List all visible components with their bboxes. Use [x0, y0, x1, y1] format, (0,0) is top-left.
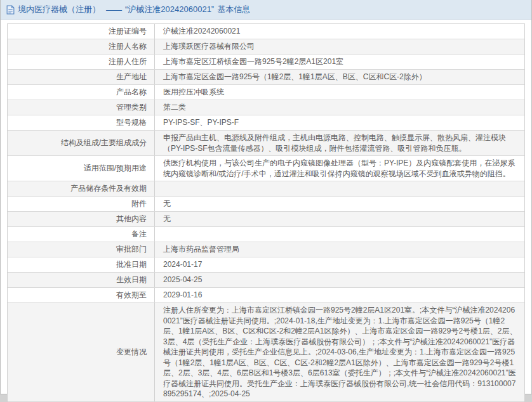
table-row: 注册人名称 上海璞跃医疗器械有限公司	[8, 39, 524, 55]
header-title-suffix: 基本信息	[217, 4, 250, 15]
table-row: 产品储存条件及有效期	[8, 181, 524, 197]
info-table: 注册证编号 沪械注准20242060021 注册人名称 上海璞跃医疗器械有限公司	[7, 23, 525, 402]
table-row: 其他内容 无	[8, 212, 524, 227]
row-value-cell	[155, 227, 524, 242]
row-value: 第二类	[163, 102, 186, 113]
row-value: 上海璞跃医疗器械有限公司	[163, 41, 255, 52]
row-label: 产品储存条件及有效期	[70, 183, 147, 194]
registration-info-page: 境内医疗器械（注册） —— “沪械注准20242060021” 基本信息 注册证…	[0, 0, 532, 394]
row-value-cell	[155, 181, 524, 196]
row-label: 生产地址	[116, 72, 147, 82]
row-value-cell: 上海市药品监督管理局	[155, 242, 524, 257]
row-value-cell: PY-IPS-SF、PY-IPS-F	[155, 115, 524, 130]
row-label-cell: 注册证编号	[8, 24, 155, 39]
row-label-cell: 备注	[8, 227, 155, 242]
row-value: 上海市嘉定区江桥镇金园一路925号2幢2层A1区201室	[163, 56, 343, 67]
row-label-cell: 生效日期	[8, 273, 155, 287]
row-label-cell: 附件	[8, 197, 155, 211]
row-value-cell: 2029-01-16	[155, 288, 524, 302]
row-label: 型号规格	[116, 117, 147, 128]
table-row: 附件 无	[8, 197, 524, 212]
row-label-cell: 注册人住所	[8, 55, 155, 69]
row-value-cell: 申报产品由主机、电源线及附件组成，主机由电源电路、控制电路、触摸显示屏、散热风扇…	[155, 131, 524, 155]
row-value: 2024-01-17	[163, 259, 202, 270]
row-value: 医用控压冲吸系统	[163, 87, 224, 98]
row-value-cell: 注册人住所变更为：上海市嘉定区江桥镇金园一路925号2幢2层A1区201室。;本…	[155, 303, 524, 401]
header-title-prefix: 境内医疗器械（注册）	[18, 4, 100, 15]
row-label: 结构及组成/主要组成成分	[61, 138, 147, 148]
table-row: 变更情况 注册人住所变更为：上海市嘉定区江桥镇金园一路925号2幢2层A1区20…	[8, 303, 524, 402]
row-label: 审批部门	[116, 244, 147, 255]
row-value: 2025-04-25	[163, 275, 202, 285]
page-header: 境内医疗器械（注册） —— “沪械注准20242060021” 基本信息	[1, 0, 531, 20]
row-value: 上海市嘉定区金园一路925号（1幢2层、1幢1层A区、B区、C区和C区-2除外）	[163, 72, 427, 82]
row-value: 无	[163, 198, 171, 209]
header-cert-number: “沪械注准20242060021”	[125, 4, 214, 15]
table-row: 注册证编号 沪械注准20242060021	[8, 24, 524, 39]
row-label-cell: 适用范围/预期用途	[8, 156, 155, 181]
document-icon	[6, 5, 15, 15]
row-value: 申报产品由主机、电源线及附件组成，主机由电源电路、控制电路、触摸显示屏、散热风扇…	[163, 133, 518, 153]
row-label-cell: 有效期至	[8, 288, 155, 302]
row-value-cell: 医用控压冲吸系统	[155, 85, 524, 100]
row-label: 其他内容	[116, 214, 147, 224]
row-label-cell: 其他内容	[8, 212, 155, 226]
row-label: 附件	[131, 198, 147, 209]
row-label: 适用范围/预期用途	[84, 163, 147, 174]
row-label: 批准日期	[116, 259, 147, 270]
row-label-cell: 型号规格	[8, 115, 155, 130]
row-value: PY-IPS-SF、PY-IPS-F	[163, 117, 239, 128]
row-label: 注册证编号	[109, 26, 147, 37]
row-value-cell: 2025-04-25	[155, 273, 524, 287]
row-value-cell: 沪械注准20242060021	[155, 24, 524, 39]
table-row: 产品名称 医用控压冲吸系统	[8, 85, 524, 100]
row-value: 沪械注准20242060021	[163, 26, 240, 37]
table-row: 有效期至 2029-01-16	[8, 288, 524, 303]
row-value: 无	[163, 214, 171, 224]
row-value-cell: 供医疗机构使用，与该公司生产的电子内窥镜图像处理器（型号：PY-IPE）及内窥镜…	[155, 156, 524, 181]
row-label-cell: 产品储存条件及有效期	[8, 181, 155, 196]
row-label-cell: 管理类别	[8, 100, 155, 115]
row-label-cell: 注册人名称	[8, 39, 155, 54]
table-row: 型号规格 PY-IPS-SF、PY-IPS-F	[8, 115, 524, 131]
row-label-cell: 结构及组成/主要组成成分	[8, 131, 155, 155]
table-row: 注册人住所 上海市嘉定区江桥镇金园一路925号2幢2层A1区201室	[8, 55, 524, 70]
row-label: 注册人名称	[109, 41, 147, 52]
row-label: 管理类别	[116, 102, 147, 113]
row-value-cell: 上海璞跃医疗器械有限公司	[155, 39, 524, 54]
table-row: 适用范围/预期用途 供医疗机构使用，与该公司生产的电子内窥镜图像处理器（型号：P…	[8, 156, 524, 181]
row-label-cell: 审批部门	[8, 242, 155, 257]
row-label: 备注	[131, 229, 147, 240]
row-label-cell: 生产地址	[8, 70, 155, 84]
row-value-cell: 2024-01-17	[155, 257, 524, 272]
row-value-cell: 上海市嘉定区金园一路925号（1幢2层、1幢1层A区、B区、C区和C区-2除外）	[155, 70, 524, 84]
table-row: 备注	[8, 227, 524, 242]
row-value: 供医疗机构使用，与该公司生产的电子内窥镜图像处理器（型号：PY-IPE）及内窥镜…	[163, 158, 518, 179]
row-label-cell: 批准日期	[8, 257, 155, 272]
row-label-cell: 变更情况	[8, 303, 155, 401]
table-row: 生效日期 2025-04-25	[8, 273, 524, 288]
table-row: 批准日期 2024-01-17	[8, 257, 524, 273]
row-label: 产品名称	[116, 87, 147, 98]
row-value: 上海市药品监督管理局	[163, 244, 239, 255]
row-label-cell: 产品名称	[8, 85, 155, 100]
row-label: 注册人住所	[109, 56, 147, 67]
table-row: 结构及组成/主要组成成分 申报产品由主机、电源线及附件组成，主机由电源电路、控制…	[8, 131, 524, 156]
row-label: 生效日期	[116, 275, 147, 285]
row-value-cell: 无	[155, 197, 524, 211]
table-row: 生产地址 上海市嘉定区金园一路925号（1幢2层、1幢1层A区、B区、C区和C区…	[8, 70, 524, 85]
row-value-cell: 无	[155, 212, 524, 226]
row-label: 有效期至	[116, 290, 147, 301]
row-value-cell: 第二类	[155, 100, 524, 115]
row-value: 注册人住所变更为：上海市嘉定区江桥镇金园一路925号2幢2层A1区201室。;本…	[163, 305, 518, 399]
row-value: 2029-01-16	[163, 290, 202, 301]
row-label: 变更情况	[116, 347, 147, 358]
header-dash: ——	[106, 5, 121, 15]
row-value-cell: 上海市嘉定区江桥镇金园一路925号2幢2层A1区201室	[155, 55, 524, 69]
table-row: 管理类别 第二类	[8, 100, 524, 115]
table-row: 审批部门 上海市药品监督管理局	[8, 242, 524, 257]
